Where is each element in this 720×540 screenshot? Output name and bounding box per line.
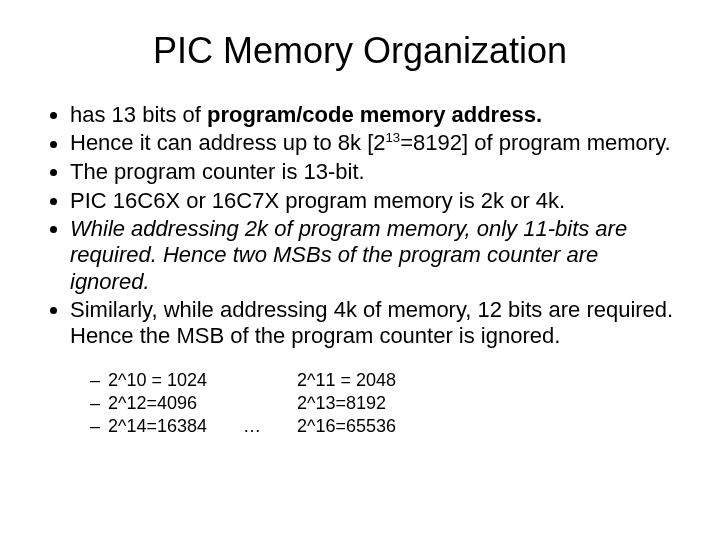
sub-text: 2^11 = 2048 xyxy=(297,370,396,391)
bullet-item: PIC 16C6X or 16C7X program memory is 2k … xyxy=(70,188,680,214)
bullet-text: has 13 bits of xyxy=(70,102,207,127)
dash-marker: – xyxy=(90,393,108,414)
dash-marker: – xyxy=(90,416,108,437)
bullet-text: PIC 16C6X or 16C7X program memory is 2k … xyxy=(70,188,565,213)
bullet-item: Hence it can address up to 8k [213=8192]… xyxy=(70,130,680,157)
bullet-list: has 13 bits of program/code memory addre… xyxy=(40,102,680,350)
sub-item: – 2^14=16384 xyxy=(90,416,207,437)
sub-text: 2^14=16384 xyxy=(108,416,207,437)
sub-item: – 2^12=4096 xyxy=(90,393,207,414)
slide-title: PIC Memory Organization xyxy=(40,30,680,72)
sub-text: 2^12=4096 xyxy=(108,393,197,414)
sub-list-right: 2^11 = 2048 2^13=8192 2^16=65536 xyxy=(297,370,396,439)
bullet-text: =8192] of program memory. xyxy=(400,131,670,156)
ellipsis: … xyxy=(207,416,297,439)
bullet-text: Hence it can address up to 8k [2 xyxy=(70,131,386,156)
bullet-bold: program/code memory address. xyxy=(207,102,542,127)
bullet-item: Similarly, while addressing 4k of memory… xyxy=(70,297,680,350)
bullet-item: The program counter is 13-bit. xyxy=(70,159,680,185)
bullet-item: has 13 bits of program/code memory addre… xyxy=(70,102,680,128)
sub-text: 2^13=8192 xyxy=(297,393,396,414)
sub-list-block: – 2^10 = 1024 – 2^12=4096 – 2^14=16384 …… xyxy=(40,370,680,439)
superscript: 13 xyxy=(386,130,401,145)
sub-item: – 2^10 = 1024 xyxy=(90,370,207,391)
sub-list-left: – 2^10 = 1024 – 2^12=4096 – 2^14=16384 xyxy=(90,370,207,439)
bullet-text: Similarly, while addressing 4k of memory… xyxy=(70,297,673,348)
bullet-text-italic: While addressing 2k of program memory, o… xyxy=(70,216,627,294)
bullet-text: The program counter is 13-bit. xyxy=(70,159,365,184)
dash-marker: – xyxy=(90,370,108,391)
sub-text: 2^10 = 1024 xyxy=(108,370,207,391)
bullet-item: While addressing 2k of program memory, o… xyxy=(70,216,680,295)
sub-text: 2^16=65536 xyxy=(297,416,396,437)
